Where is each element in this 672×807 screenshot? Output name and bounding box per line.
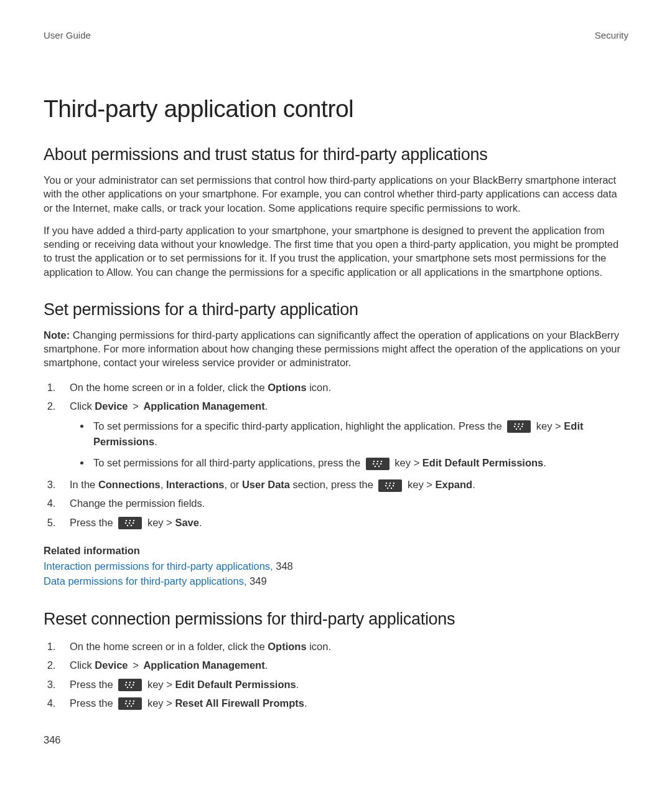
- text: .: [199, 517, 202, 528]
- list-item: To set permissions for a specific third-…: [91, 418, 628, 450]
- text: Press the: [70, 697, 116, 709]
- list-item: To set permissions for all third-party a…: [91, 455, 628, 471]
- note-label: Note:: [44, 329, 70, 341]
- related-info-heading: Related information: [44, 545, 628, 557]
- blackberry-key-icon: [118, 517, 142, 529]
- text: Click: [70, 400, 95, 412]
- list-item: Press the key > Edit Default Permissions…: [58, 676, 628, 693]
- user-data-label: User Data: [242, 479, 290, 490]
- list-item: Press the key > Reset All Firewall Promp…: [58, 694, 628, 712]
- text: .: [472, 479, 475, 490]
- list-item: Change the permission fields.: [58, 494, 628, 512]
- blackberry-key-icon: [118, 679, 142, 691]
- set-permissions-steps: On the home screen or in a folder, click…: [44, 379, 628, 531]
- related-link-1[interactable]: Interaction permissions for third-party …: [44, 560, 276, 572]
- text: .: [296, 679, 299, 690]
- text: Click: [70, 659, 95, 671]
- text: .: [265, 400, 268, 412]
- text: .: [265, 659, 268, 671]
- edit-default-permissions-label: Edit Default Permissions: [175, 679, 296, 690]
- note-text: Changing permissions for third-party app…: [44, 329, 620, 369]
- device-label: Device: [95, 659, 128, 671]
- app-management-label: Application Management: [143, 659, 264, 671]
- text: In the: [70, 479, 98, 490]
- text: On the home screen or in a folder, click…: [70, 382, 268, 393]
- blackberry-key-icon: [118, 697, 142, 710]
- text: To set permissions for a specific third-…: [93, 420, 505, 432]
- section-reset-title: Reset connection permissions for third-p…: [44, 610, 628, 629]
- list-item: In the Connections, Interactions, or Use…: [58, 476, 628, 493]
- section-about-p1: You or your administrator can set permis…: [44, 173, 628, 215]
- header-left: User Guide: [44, 30, 91, 40]
- save-label: Save: [175, 517, 199, 528]
- blackberry-key-icon: [507, 420, 531, 433]
- text: , or: [225, 479, 242, 490]
- text: .: [154, 436, 157, 447]
- related-line: Interaction permissions for third-party …: [44, 559, 628, 574]
- list-item: Click Device > Application Management.: [58, 656, 628, 674]
- list-item: Press the key > Save.: [58, 514, 628, 531]
- edit-default-permissions-label: Edit Default Permissions: [422, 457, 543, 468]
- blackberry-key-icon: [378, 479, 402, 492]
- reset-permissions-steps: On the home screen or in a folder, click…: [44, 638, 628, 711]
- list-item: Click Device > Application Management. T…: [58, 397, 628, 471]
- separator: >: [130, 659, 142, 671]
- app-management-label: Application Management: [143, 400, 264, 412]
- connections-label: Connections: [98, 479, 161, 490]
- text: key >: [144, 697, 175, 709]
- sub-bullets: To set permissions for a specific third-…: [70, 418, 628, 471]
- text: key >: [392, 457, 422, 468]
- related-line: Data permissions for third-party applica…: [44, 574, 628, 589]
- text: key >: [533, 420, 564, 432]
- text: section, press the: [290, 479, 376, 490]
- expand-label: Expand: [436, 479, 473, 490]
- text: To set permissions for all third-party a…: [93, 457, 363, 468]
- list-item: On the home screen or in a folder, click…: [58, 379, 628, 396]
- options-label: Options: [268, 382, 306, 393]
- header-right: Security: [595, 30, 628, 40]
- page-header: User Guide Security: [44, 30, 628, 40]
- text: key >: [144, 517, 175, 528]
- text: icon.: [307, 641, 331, 652]
- related-page-1: 348: [276, 560, 293, 572]
- device-label: Device: [95, 400, 128, 412]
- document-page: User Guide Security Third-party applicat…: [0, 0, 672, 771]
- text: ,: [161, 479, 166, 490]
- text: key >: [144, 679, 175, 690]
- text: On the home screen or in a folder, click…: [70, 641, 268, 652]
- reset-firewall-label: Reset All Firewall Prompts: [175, 697, 304, 709]
- section-set-note: Note: Changing permissions for third-par…: [44, 328, 628, 370]
- text: icon.: [307, 382, 331, 393]
- interactions-label: Interactions: [166, 479, 225, 490]
- text: .: [543, 457, 546, 468]
- options-label: Options: [268, 641, 306, 652]
- text: .: [304, 697, 307, 709]
- related-link-2[interactable]: Data permissions for third-party applica…: [44, 575, 250, 587]
- page-number: 346: [44, 734, 628, 746]
- text: Press the: [70, 517, 116, 528]
- separator: >: [130, 400, 142, 412]
- blackberry-key-icon: [366, 458, 390, 470]
- page-title: Third-party application control: [44, 95, 628, 123]
- text: Press the: [70, 679, 116, 690]
- related-page-2: 349: [250, 575, 267, 587]
- section-about-title: About permissions and trust status for t…: [44, 145, 628, 164]
- list-item: On the home screen or in a folder, click…: [58, 638, 628, 655]
- section-set-title: Set permissions for a third-party applic…: [44, 300, 628, 319]
- text: key >: [404, 479, 435, 490]
- section-about-p2: If you have added a third-party applicat…: [44, 224, 628, 279]
